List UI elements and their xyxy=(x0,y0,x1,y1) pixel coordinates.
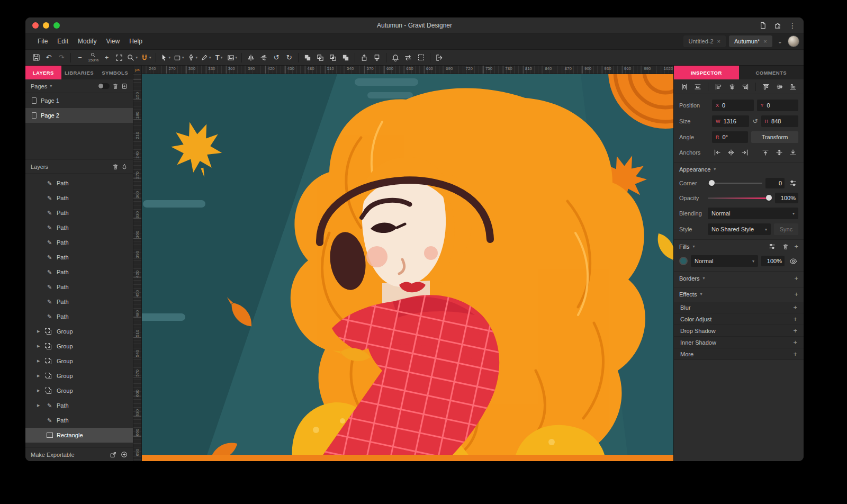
disclosure-triangle-icon[interactable]: ▶ xyxy=(37,359,42,363)
menu-item[interactable]: Modify xyxy=(73,38,101,45)
layer-row[interactable]: ▶ Group xyxy=(25,339,133,354)
layer-row[interactable]: ▶ Path xyxy=(25,294,133,309)
image-tool-button[interactable]: ▾ xyxy=(226,51,239,64)
style-select[interactable]: No Shared Style▾ xyxy=(708,223,771,235)
effect-row[interactable]: Blur + xyxy=(674,302,804,313)
add-fill-icon[interactable]: + xyxy=(794,242,798,250)
canvas-area[interactable]: px 2402703003303603904204504805105405706… xyxy=(133,66,673,461)
pointer-tool-button[interactable]: ▾ xyxy=(159,51,173,64)
fill-opacity-value[interactable]: 100% xyxy=(761,256,785,266)
distribute-horizontal-icon[interactable] xyxy=(679,82,690,92)
disclosure-triangle-icon[interactable]: ▶ xyxy=(37,329,42,334)
layer-row[interactable]: ▶ Path xyxy=(25,280,133,294)
rotate-ccw-button[interactable]: ↺ xyxy=(270,51,283,64)
add-effect-icon[interactable]: + xyxy=(793,338,797,346)
document-icon[interactable] xyxy=(759,22,767,29)
anchor-center-horizontal-icon[interactable] xyxy=(726,147,736,158)
add-page-icon[interactable] xyxy=(121,83,128,89)
close-tab-icon[interactable]: × xyxy=(763,38,767,44)
text-tool-button[interactable]: T▾ xyxy=(213,51,226,64)
tab-overflow-chevron-icon[interactable]: ⌄ xyxy=(776,38,785,45)
doc-tab-autumun[interactable]: Autumun* × xyxy=(729,35,772,47)
bell-icon[interactable] xyxy=(389,51,402,64)
redo-button[interactable]: ↷ xyxy=(55,51,68,64)
layer-row[interactable]: ▶ Path xyxy=(25,235,133,250)
fill-options-icon[interactable] xyxy=(767,241,777,252)
disclosure-triangle-icon[interactable]: ▶ xyxy=(37,374,42,378)
page-row[interactable]: Page 1 xyxy=(25,93,133,108)
zoom-level[interactable]: 150% xyxy=(86,51,100,64)
tab-symbols[interactable]: SYMBOLS xyxy=(97,66,133,79)
x-field[interactable]: X0 xyxy=(712,100,754,111)
width-field[interactable]: W1316 xyxy=(712,115,749,127)
layer-row[interactable]: ▶ Group xyxy=(25,324,133,339)
align-middle-vertical-icon[interactable] xyxy=(774,82,785,92)
trash-icon[interactable] xyxy=(112,164,119,170)
marker-tool-button[interactable]: ▾ xyxy=(199,51,213,64)
add-effect-icon[interactable]: + xyxy=(793,315,797,323)
user-avatar[interactable] xyxy=(788,35,799,47)
canvas-artwork[interactable] xyxy=(133,74,673,461)
effect-row[interactable]: Inner Shadow + xyxy=(674,337,804,348)
marquee-button[interactable] xyxy=(415,51,427,64)
tab-layers[interactable]: LAYERS xyxy=(25,66,61,79)
disclosure-triangle-icon[interactable]: ▶ xyxy=(37,344,42,348)
align-right-icon[interactable] xyxy=(740,82,751,92)
layer-row[interactable]: ▶ Path xyxy=(25,191,133,205)
anchor-left-icon[interactable] xyxy=(712,147,723,158)
blending-select[interactable]: Normal▾ xyxy=(708,208,798,219)
add-effect-icon[interactable]: + xyxy=(794,290,798,298)
menu-item[interactable]: File xyxy=(33,38,52,45)
menu-item[interactable]: Help xyxy=(124,38,147,45)
fill-visibility-eye-icon[interactable] xyxy=(788,256,798,266)
zoom-out-button[interactable]: − xyxy=(74,51,86,64)
undo-button[interactable]: ↶ xyxy=(42,51,55,64)
link-dimensions-icon[interactable]: ↺ xyxy=(752,118,758,125)
add-effect-icon[interactable]: + xyxy=(793,350,797,358)
page-row[interactable]: Page 2 xyxy=(25,108,133,123)
close-tab-icon[interactable]: × xyxy=(717,38,720,44)
pages-toggle[interactable] xyxy=(98,83,110,89)
zoom-window-button[interactable] xyxy=(53,22,60,29)
zoom-in-button[interactable]: + xyxy=(100,51,113,64)
export-frame-icon[interactable] xyxy=(110,452,116,458)
swap-button[interactable] xyxy=(402,51,415,64)
boolean-subtract-button[interactable] xyxy=(314,51,327,64)
trash-icon[interactable] xyxy=(112,83,119,89)
fills-header[interactable]: Fills▾ + xyxy=(674,239,804,253)
effects-header[interactable]: Effects▾ + xyxy=(674,287,804,301)
horizontal-ruler[interactable]: 2402703003303603904204504805105405706006… xyxy=(142,66,673,74)
layer-row[interactable]: ▶ Path xyxy=(25,398,133,413)
layer-row[interactable]: ▶ Path xyxy=(25,250,133,265)
sync-style-button[interactable]: Sync xyxy=(774,223,798,235)
fit-canvas-button[interactable] xyxy=(113,51,125,64)
rotate-cw-button[interactable]: ↻ xyxy=(283,51,295,64)
borders-header[interactable]: Borders▾ + xyxy=(674,271,804,285)
effect-row[interactable]: Drop Shadow + xyxy=(674,325,804,337)
anchor-bottom-icon[interactable] xyxy=(788,147,798,158)
layer-row[interactable]: ▶ Path xyxy=(25,309,133,324)
layer-row[interactable]: ▶ Group xyxy=(25,368,133,383)
paint-drop-icon[interactable] xyxy=(121,164,128,170)
close-window-button[interactable] xyxy=(32,22,39,29)
corner-slider[interactable] xyxy=(708,178,762,188)
menu-item[interactable]: Edit xyxy=(52,38,73,45)
minimize-window-button[interactable] xyxy=(43,22,49,29)
anchor-right-icon[interactable] xyxy=(740,147,750,158)
effect-row[interactable]: More + xyxy=(674,348,804,360)
boolean-exclude-button[interactable] xyxy=(339,51,352,64)
align-top-icon[interactable] xyxy=(761,82,771,92)
kebab-menu-icon[interactable]: ⋮ xyxy=(789,22,796,29)
boolean-intersect-button[interactable] xyxy=(327,51,339,64)
snap-tool-button[interactable]: ▾ xyxy=(139,51,153,64)
layer-row[interactable]: ▶ Rectangle xyxy=(25,428,133,443)
transform-button[interactable]: Transform xyxy=(751,131,798,143)
layer-row[interactable]: ▶ Path xyxy=(25,176,133,191)
layer-row[interactable]: ▶ Path xyxy=(25,265,133,280)
layer-row[interactable]: ▶ Path xyxy=(25,220,133,235)
opacity-slider[interactable] xyxy=(708,193,772,203)
disclosure-triangle-icon[interactable]: ▶ xyxy=(37,389,42,393)
trash-icon[interactable] xyxy=(780,241,791,252)
opacity-value[interactable]: 100% xyxy=(775,193,798,203)
vertical-ruler[interactable]: 1501802102402703003303603904204504805105… xyxy=(133,74,142,461)
